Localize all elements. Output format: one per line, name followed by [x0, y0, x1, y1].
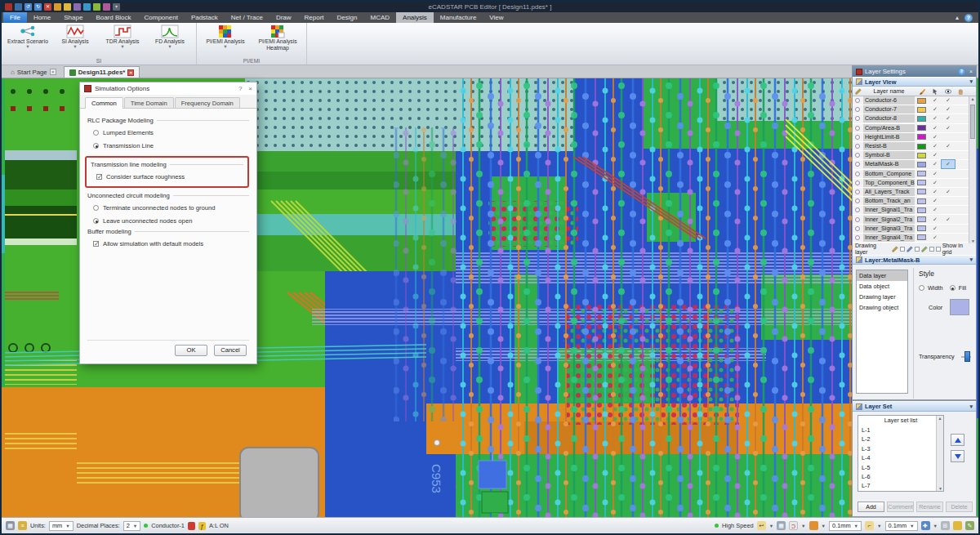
transmission-line-option[interactable]: Transmission Line: [93, 142, 247, 149]
layer-row[interactable]: Conductor-8✓✓: [853, 114, 976, 123]
undo-icon[interactable]: ↺: [24, 3, 32, 11]
layer-color-swatch[interactable]: [917, 98, 926, 104]
lock-icon[interactable]: [855, 198, 860, 203]
list-item[interactable]: L-5: [858, 463, 943, 472]
checkbox-icon[interactable]: [96, 174, 102, 180]
route-arrow-icon[interactable]: ↩: [757, 521, 766, 530]
layer-color-swatch[interactable]: [917, 189, 926, 194]
color-swatch[interactable]: [950, 299, 969, 315]
list-item[interactable]: L-1: [858, 426, 943, 435]
ribbon-collapse-icon[interactable]: ▴: [956, 12, 959, 23]
layer-color-swatch[interactable]: [917, 171, 926, 176]
radio-icon[interactable]: [93, 205, 99, 211]
prop-drawing-object[interactable]: Drawing object: [857, 302, 907, 313]
collapse-icon[interactable]: ▾: [969, 78, 973, 85]
via-grid-icon[interactable]: ▦: [777, 521, 786, 530]
cursor-icon[interactable]: [932, 88, 938, 95]
menu-home[interactable]: Home: [27, 12, 57, 23]
tdr-analysis-button[interactable]: TDR Analysis ▼: [99, 24, 146, 57]
comment-button[interactable]: Comment: [887, 502, 914, 512]
layer-row[interactable]: Resist-B✓✓: [853, 142, 976, 151]
lock-icon[interactable]: [855, 107, 860, 112]
close-tab-icon[interactable]: ×: [50, 69, 56, 75]
layer-row[interactable]: All_Layers_Track✓✓: [853, 188, 976, 197]
layer-row[interactable]: Top_Component_B✓: [853, 179, 976, 188]
lock-icon[interactable]: [855, 235, 860, 240]
list-item[interactable]: L-6: [858, 472, 943, 481]
hand-icon[interactable]: [957, 88, 964, 95]
brush-icon[interactable]: [919, 88, 925, 95]
panel-help-icon[interactable]: ?: [958, 68, 965, 75]
layer-row[interactable]: Symbol-B✓: [853, 151, 976, 160]
menu-mcad[interactable]: MCAD: [364, 12, 397, 23]
chevron-down-icon[interactable]: ▼: [933, 524, 938, 528]
rename-button[interactable]: Rename: [916, 502, 943, 512]
chevron-down-icon[interactable]: ▼: [877, 524, 881, 528]
snap-icon[interactable]: ⌐: [865, 521, 874, 530]
list-item[interactable]: L-3: [858, 444, 943, 453]
piemi-analysis-button[interactable]: PI/EMI Analysis ▼: [199, 24, 252, 57]
layer-list-icon[interactable]: ≡: [18, 521, 27, 530]
tab-time-domain[interactable]: Time Domain: [124, 97, 174, 108]
ok-button[interactable]: OK: [175, 345, 207, 356]
eye-icon[interactable]: [945, 88, 951, 95]
pencil-icon[interactable]: [906, 246, 913, 252]
route-mode-label[interactable]: High Speed: [722, 522, 754, 529]
lightning-icon[interactable]: ƒ: [198, 522, 206, 530]
collapse-icon[interactable]: ▾: [969, 403, 973, 410]
chevron-down-icon[interactable]: ▼: [25, 45, 29, 49]
menu-shape[interactable]: Shape: [57, 12, 89, 23]
lock-icon[interactable]: [855, 144, 860, 149]
collapse-icon[interactable]: ▾: [969, 256, 973, 263]
surface-roughness-option[interactable]: Consider surface roughness: [96, 173, 242, 181]
pin-icon[interactable]: [103, 3, 110, 11]
all-layers-on-label[interactable]: A:L ON: [209, 522, 229, 529]
decimal-places-select[interactable]: 2▼: [123, 521, 141, 531]
chevron-down-icon[interactable]: ▼: [801, 524, 805, 528]
pad-icon[interactable]: [809, 521, 818, 530]
show-in-grid-checkbox[interactable]: [936, 247, 941, 252]
terminate-nodes-option[interactable]: Terminate unconnected nodes to ground: [93, 204, 247, 212]
checkbox-icon[interactable]: [915, 247, 920, 252]
chevron-down-icon[interactable]: ▼: [73, 45, 77, 49]
layer-color-swatch[interactable]: [917, 180, 926, 185]
layer-color-swatch[interactable]: [917, 134, 926, 140]
layer-row[interactable]: Conductor-6✓✓: [853, 96, 976, 105]
cancel-button[interactable]: Cancel: [214, 345, 247, 356]
prop-data-object[interactable]: Data object: [857, 281, 907, 292]
layer-row-metalmask[interactable]: MetalMask-B✓✓: [853, 160, 976, 169]
snap-size-select[interactable]: 0.1mm▼: [885, 521, 918, 531]
layer-color-swatch[interactable]: [917, 153, 926, 158]
menu-padstack[interactable]: Padstack: [185, 12, 225, 23]
layer-set-scrollbar[interactable]: ▲▼: [936, 416, 943, 491]
check-icon[interactable]: [93, 3, 100, 11]
pencil-icon[interactable]: [892, 246, 898, 252]
units-select[interactable]: mm▼: [49, 521, 74, 531]
lock-icon[interactable]: [855, 98, 860, 103]
delete-button[interactable]: Delete: [946, 502, 973, 512]
measure-icon[interactable]: [74, 3, 81, 11]
chevron-down-icon[interactable]: ▼: [120, 45, 124, 49]
leave-nodes-open-option[interactable]: Leave unconnected nodes open: [93, 217, 247, 225]
layer-row[interactable]: HeightLimit-B✓: [853, 133, 976, 142]
layer-color-swatch[interactable]: [917, 216, 926, 222]
layer-color-swatch[interactable]: [917, 234, 926, 240]
move-cross-icon[interactable]: ✚: [921, 521, 930, 530]
lumped-elements-option[interactable]: Lumped Elements: [93, 129, 247, 136]
layer-color-swatch[interactable]: [917, 207, 926, 213]
lock-icon[interactable]: [855, 226, 860, 231]
fd-analysis-button[interactable]: FD Analysis ▼: [146, 24, 194, 57]
layer-row[interactable]: Inner_Signal2_Tra✓✓: [853, 215, 976, 224]
help-icon[interactable]: ?: [964, 14, 973, 22]
checkbox-icon[interactable]: [93, 241, 99, 247]
chevron-down-icon[interactable]: ▼: [223, 45, 227, 49]
default-models-option[interactable]: Allow simulation with default models: [93, 240, 247, 247]
extract-scenario-button[interactable]: Extract Scenario ▼: [4, 24, 51, 57]
checkbox-icon[interactable]: [929, 247, 934, 252]
menu-view[interactable]: View: [483, 12, 510, 23]
window-grid-icon[interactable]: ▦: [6, 521, 15, 530]
layer-view-header[interactable]: Layer View ▾: [853, 77, 976, 87]
layer-color-swatch[interactable]: [917, 225, 926, 231]
panel-close-icon[interactable]: ×: [969, 69, 973, 74]
layer-metalmask-header[interactable]: Layer:MetalMask-B ▾: [853, 255, 976, 265]
